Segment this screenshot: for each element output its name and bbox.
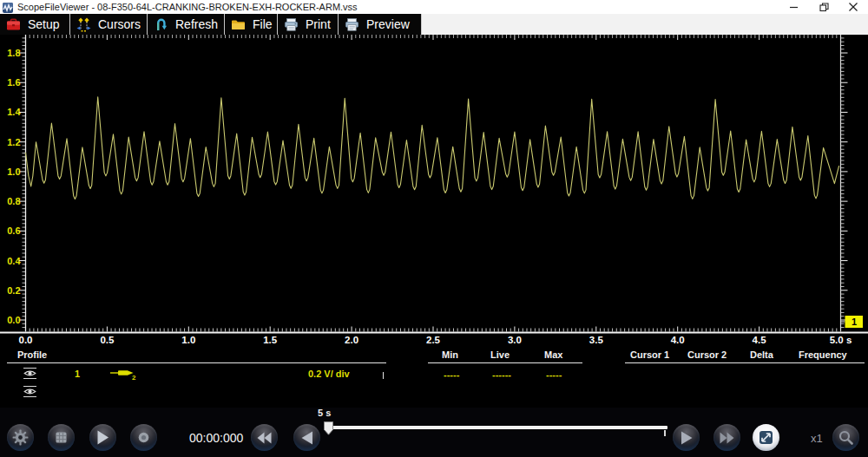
plot-axes <box>0 35 868 334</box>
delta-header: Delta <box>750 349 773 360</box>
fast-forward-icon <box>720 432 734 444</box>
profile-underline <box>7 362 386 363</box>
channel2-visibility-eye-icon[interactable] <box>23 386 37 397</box>
y-axis-ticks <box>19 38 848 328</box>
minimize-button[interactable] <box>779 0 809 14</box>
svg-text:1: 1 <box>852 317 857 327</box>
plot-canvas: 0.00.20.40.60.81.01.21.41.61.80.00.51.01… <box>0 35 868 346</box>
step-back-icon <box>301 431 313 445</box>
stats-header-min: Min <box>442 349 458 360</box>
record-button[interactable] <box>130 424 157 451</box>
slider-position-label: 5 s <box>318 408 331 418</box>
transport-bar: 00:00:000 5 s <box>0 408 868 457</box>
menu-items: Setup Cursors <box>0 14 422 35</box>
channel-scale: 0.2 V/ div <box>308 369 350 379</box>
readout-panel: Profile Min Live Max Cursor 1 Cursor 2 D… <box>0 346 868 408</box>
frequency-header: Frequency <box>799 349 847 360</box>
probe-icon: 2 <box>110 369 136 380</box>
step-forward-icon <box>681 431 693 445</box>
x-axis-ticks <box>26 35 841 332</box>
svg-text:0.0: 0.0 <box>19 335 33 345</box>
profile-header: Profile <box>17 349 47 360</box>
svg-text:0.6: 0.6 <box>7 225 20 236</box>
waveform-plot[interactable]: 0.00.20.40.60.81.01.21.41.61.80.00.51.01… <box>0 35 868 346</box>
stats-underline <box>428 362 582 363</box>
expand-icon <box>759 430 773 445</box>
x-axis-labels: 0.00.51.01.52.02.53.03.54.04.55.0 s <box>19 335 852 345</box>
menu-item-label: Setup <box>28 17 60 32</box>
setup-icon <box>6 17 21 32</box>
step-forward-button[interactable] <box>673 424 700 451</box>
close-icon <box>849 3 858 11</box>
menu-item-label: Refresh <box>175 17 218 32</box>
play-icon <box>96 430 109 445</box>
title-bar: ScopeFileViewer - 08-F350-64L-CRANKING-B… <box>0 0 868 14</box>
app-window: ScopeFileViewer - 08-F350-64L-CRANKING-B… <box>0 0 868 457</box>
cursors-icon <box>76 17 91 32</box>
step-back-button[interactable] <box>293 424 320 451</box>
svg-text:4.5: 4.5 <box>753 335 767 345</box>
y-axis-labels: 0.00.20.40.60.81.01.21.41.61.8 <box>7 48 21 325</box>
svg-text:1.6: 1.6 <box>7 77 20 88</box>
zoom-factor-label: x1 <box>811 432 823 445</box>
stat-min-value: ----- <box>444 369 459 380</box>
file-folder-icon <box>231 17 246 32</box>
rewind-button[interactable] <box>251 424 278 451</box>
stats-header-max: Max <box>544 349 562 360</box>
menu-item-label: Print <box>306 17 331 32</box>
menu-item-label: Cursors <box>98 17 141 32</box>
magnifier-icon <box>838 430 853 445</box>
svg-text:1.0: 1.0 <box>181 335 195 345</box>
probe-channel-subscript: 2 <box>132 374 136 381</box>
cursor1-header: Cursor 1 <box>630 349 669 360</box>
cursor2-header: Cursor 2 <box>687 349 727 360</box>
fast-forward-button[interactable] <box>713 424 740 451</box>
menu-item-setup[interactable]: Setup <box>0 14 70 35</box>
svg-text:3.0: 3.0 <box>508 335 522 345</box>
menu-bar: Setup Cursors <box>0 14 868 35</box>
timeline-slider-track[interactable] <box>326 426 667 429</box>
channel-number: 1 <box>75 369 80 379</box>
window-title: ScopeFileViewer - 08-F350-64L-CRANKING-B… <box>17 2 358 12</box>
restore-icon <box>819 3 829 12</box>
svg-text:5.0 s: 5.0 s <box>830 335 852 345</box>
svg-text:0.2: 0.2 <box>7 285 20 296</box>
fit-to-screen-button[interactable] <box>753 424 779 451</box>
stat-max-value: ----- <box>546 369 562 380</box>
panel-divider <box>383 372 384 379</box>
svg-text:1.2: 1.2 <box>7 137 20 147</box>
stat-live-value: ------ <box>492 369 511 380</box>
timeline-slider-thumb[interactable] <box>324 421 333 435</box>
close-button[interactable] <box>838 0 868 14</box>
svg-text:0.0: 0.0 <box>7 315 20 325</box>
stop-button[interactable] <box>48 424 75 451</box>
menu-item-label: File <box>253 17 273 32</box>
channel-visibility-eye-icon[interactable] <box>23 368 37 379</box>
settings-button[interactable] <box>7 424 34 451</box>
restore-button[interactable] <box>809 0 838 14</box>
svg-text:3.5: 3.5 <box>589 335 604 345</box>
svg-text:4.0: 4.0 <box>671 335 685 345</box>
app-icon <box>3 3 13 13</box>
play-button[interactable] <box>89 424 116 451</box>
menu-item-file[interactable]: File <box>225 14 278 35</box>
menu-item-preview[interactable]: Preview <box>339 14 422 35</box>
cursors-underline <box>625 362 865 363</box>
svg-text:1.5: 1.5 <box>263 335 278 345</box>
svg-text:2.5: 2.5 <box>426 335 441 345</box>
menu-item-cursors[interactable]: Cursors <box>70 14 148 35</box>
svg-text:2.0: 2.0 <box>345 335 358 345</box>
rewind-icon <box>257 432 272 444</box>
stats-header-live: Live <box>490 349 510 360</box>
playback-time: 00:00:000 <box>189 431 243 445</box>
stop-icon <box>56 432 67 443</box>
minimize-icon <box>790 3 799 11</box>
record-icon <box>138 432 149 443</box>
svg-text:1.8: 1.8 <box>7 48 20 58</box>
svg-text:1.4: 1.4 <box>7 107 21 117</box>
zoom-button[interactable] <box>832 424 859 451</box>
menu-item-print[interactable]: Print <box>278 14 339 35</box>
menu-item-refresh[interactable]: Refresh <box>148 14 225 35</box>
menu-item-label: Preview <box>366 17 410 32</box>
print-icon <box>284 17 299 32</box>
